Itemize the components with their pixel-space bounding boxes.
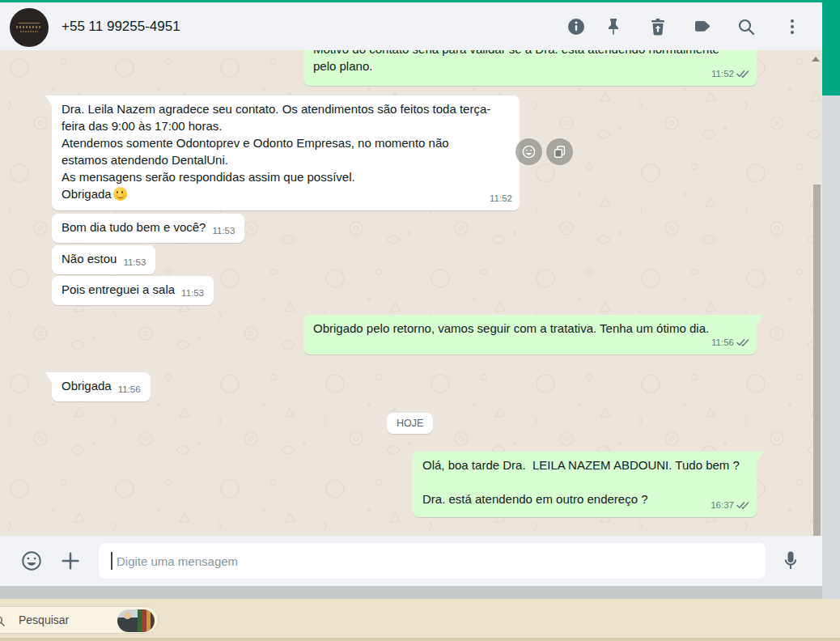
- window-bottom-edge: [0, 586, 822, 599]
- avatar-logo-art: [20, 31, 38, 32]
- contact-avatar[interactable]: [10, 8, 49, 47]
- avatar-logo-art: [19, 23, 40, 23]
- message-text: Obrigada: [62, 379, 112, 393]
- message-time: 11:53: [181, 285, 204, 302]
- chat-message-list: Motivo do contato seria para validar se …: [0, 50, 822, 536]
- text-caret: [111, 552, 112, 570]
- taskbar-bottom-strip: [0, 638, 840, 641]
- kebab-menu-icon[interactable]: [783, 17, 802, 36]
- message-bubble-incoming: Bom dia tudo bem e você?11:53: [52, 214, 244, 243]
- search-icon: [0, 614, 6, 627]
- message-input-wrap: [99, 543, 766, 579]
- date-divider: HOJE: [387, 413, 433, 434]
- double-check-icon: [736, 338, 749, 347]
- message-input[interactable]: [99, 543, 766, 579]
- chat-header: +55 11 99255-4951: [0, 2, 822, 50]
- avatar-logo-art: [16, 26, 42, 28]
- message-text: Motivo do contato seria para validar se …: [313, 50, 719, 73]
- message-time: 11:53: [212, 223, 235, 240]
- message-text: Não estou: [62, 252, 117, 265]
- message-bubble-incoming: Dra. Leila Nazem agradece seu contato. O…: [52, 96, 520, 210]
- double-check-icon: [736, 501, 749, 510]
- contact-name[interactable]: +55 11 99255-4951: [62, 19, 180, 35]
- scrollbar-thumb[interactable]: [813, 185, 821, 536]
- page-background-teal: [822, 0, 840, 96]
- message-text: Olá, boa tarde Dra. LEILA NAZEM ABDOUNI.…: [422, 458, 740, 506]
- attach-plus-button[interactable]: [59, 550, 82, 572]
- message-text: Obrigado pelo retorno, vamos seguir com …: [313, 321, 709, 335]
- scroll-up-arrow[interactable]: [812, 57, 820, 62]
- react-emoji-button[interactable]: [515, 138, 542, 165]
- message-bubble-outgoing: Olá, boa tarde Dra. LEILA NAZEM ABDOUNI.…: [413, 452, 757, 517]
- message-composer: [0, 536, 822, 586]
- search-highlight-image: [117, 609, 155, 632]
- message-time: 11:52: [711, 66, 734, 83]
- message-bubble-outgoing: Motivo do contato seria para validar se …: [303, 50, 757, 86]
- message-text: Bom dia tudo bem e você?: [62, 220, 206, 234]
- message-text: Pois entreguei a sala: [62, 282, 175, 296]
- message-hover-actions: [515, 138, 573, 165]
- label-icon[interactable]: [693, 17, 712, 36]
- taskbar-search[interactable]: Pesquisar: [0, 606, 159, 634]
- search-icon[interactable]: [736, 17, 756, 36]
- message-time: 11:56: [118, 381, 141, 398]
- message-time: 11:52: [490, 190, 512, 207]
- microphone-button[interactable]: [779, 549, 802, 571]
- smiling-emoji-icon: [113, 187, 127, 201]
- delete-icon[interactable]: [648, 17, 668, 36]
- message-time: 11:53: [123, 254, 146, 271]
- double-check-icon: [736, 70, 749, 79]
- emoji-picker-button[interactable]: [20, 550, 43, 572]
- screen: +55 11 99255-4951: [0, 0, 840, 641]
- message-bubble-incoming: Não estou11:53: [52, 245, 155, 274]
- search-label: Pesquisar: [19, 613, 69, 626]
- pin-icon[interactable]: [604, 17, 623, 36]
- message-bubble-incoming: Pois entreguei a sala11:53: [52, 276, 214, 305]
- message-time: 11:56: [711, 334, 734, 351]
- info-icon[interactable]: [566, 17, 586, 36]
- page-background-gray: [822, 96, 840, 599]
- copy-button[interactable]: [546, 138, 573, 165]
- message-bubble-outgoing: Obrigado pelo retorno, vamos seguir com …: [303, 315, 757, 354]
- message-text: Dra. Leila Nazem agradece seu contato. O…: [62, 102, 490, 201]
- windows-taskbar: Pesquisar T T ++ POR PTB2 16: [0, 599, 840, 641]
- message-time: 16:37: [711, 497, 734, 514]
- message-bubble-incoming: Obrigada11:56: [52, 372, 151, 401]
